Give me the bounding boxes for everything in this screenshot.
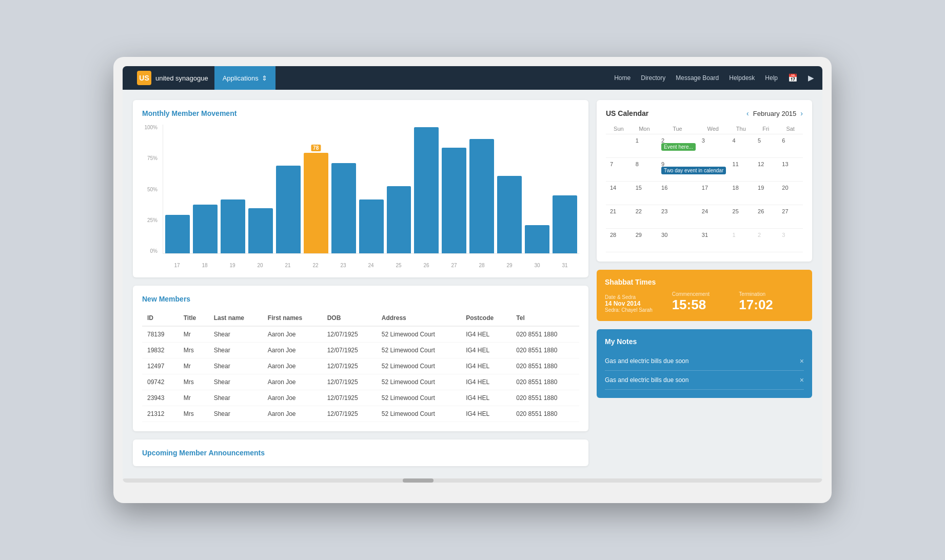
table-cell-tel: 020 8551 1880 bbox=[511, 406, 579, 422]
chart-title: Monthly Member Movement bbox=[142, 109, 579, 117]
commencement-time: 15:58 bbox=[672, 297, 737, 313]
bar-wrapper bbox=[193, 125, 218, 253]
chart-bar[interactable] bbox=[359, 199, 384, 253]
table-row[interactable]: 21312MrsShearAaron Joe12/07/192552 Limew… bbox=[142, 406, 579, 422]
cal-cell: 21 bbox=[606, 205, 632, 229]
cal-cell: 18 bbox=[729, 182, 754, 205]
cal-cell[interactable]: 9Two day event in calendar bbox=[657, 158, 729, 182]
chart-bar[interactable] bbox=[553, 195, 577, 253]
table-row[interactable]: 23943MrShearAaron Joe12/07/192552 Limewo… bbox=[142, 390, 579, 406]
applications-dropdown[interactable]: Applications ⇕ bbox=[214, 66, 275, 90]
x-label: 21 bbox=[275, 263, 300, 268]
table-cell-first: Aaron Joe bbox=[263, 374, 322, 390]
cal-day-sat: Sat bbox=[778, 124, 803, 134]
bar-wrapper bbox=[387, 125, 411, 253]
table-cell-postcode: IG4 HEL bbox=[461, 374, 511, 390]
cal-prev-btn[interactable]: ‹ bbox=[746, 109, 749, 117]
nav-help[interactable]: Help bbox=[765, 74, 778, 82]
table-header: First names bbox=[263, 310, 322, 326]
chart-card: Monthly Member Movement 0% 25% 50% 75% 1… bbox=[133, 100, 588, 277]
signout-icon[interactable]: ▶ bbox=[808, 73, 814, 83]
scrollbar-thumb[interactable] bbox=[403, 478, 434, 483]
calendar-icon[interactable]: 📅 bbox=[788, 73, 798, 83]
chart-area: 0% 25% 50% 75% 100% 78 17181920212223242… bbox=[142, 125, 579, 268]
x-label: 18 bbox=[192, 263, 217, 268]
cal-cell: 1 bbox=[729, 229, 754, 252]
nav-helpdesk[interactable]: Helpdesk bbox=[729, 74, 755, 82]
screen: US united synagogue Applications ⇕ Home … bbox=[123, 66, 822, 483]
table-row[interactable]: 12497MrShearAaron Joe12/07/192552 Limewo… bbox=[142, 358, 579, 374]
calendar-card: US Calendar ‹ February 2015 › Sun Mon bbox=[597, 100, 812, 262]
cal-cell: 22 bbox=[632, 205, 657, 229]
table-cell-dob: 12/07/1925 bbox=[322, 343, 377, 358]
bar-wrapper bbox=[497, 125, 522, 253]
nav-messageboard[interactable]: Message Board bbox=[676, 74, 719, 82]
cal-cell: 3 bbox=[698, 134, 729, 158]
chart-bar[interactable]: 78 bbox=[304, 153, 328, 253]
table-cell-dob: 12/07/1925 bbox=[322, 374, 377, 390]
upcoming-title: Upcoming Member Announcements bbox=[142, 449, 579, 457]
cal-cell: 19 bbox=[754, 182, 778, 205]
cal-next-btn[interactable]: › bbox=[800, 109, 803, 117]
nav-directory[interactable]: Directory bbox=[641, 74, 665, 82]
table-cell-tel: 020 8551 1880 bbox=[511, 343, 579, 358]
calendar-header: US Calendar ‹ February 2015 › bbox=[606, 109, 803, 117]
table-row[interactable]: 19832MrsShearAaron Joe12/07/192552 Limew… bbox=[142, 343, 579, 358]
table-row[interactable]: 09742MrsShearAaron Joe12/07/192552 Limew… bbox=[142, 374, 579, 390]
x-label: 25 bbox=[386, 263, 411, 268]
cal-cell: 12 bbox=[754, 158, 778, 182]
table-cell-first: Aaron Joe bbox=[263, 358, 322, 374]
chart-bar[interactable] bbox=[193, 205, 218, 253]
table-cell-postcode: IG4 HEL bbox=[461, 343, 511, 358]
scrollbar[interactable] bbox=[123, 478, 822, 483]
shabbat-body: Date & Sedra 14 Nov 2014 Sedra: Chayel S… bbox=[605, 291, 804, 313]
members-table: IDTitleLast nameFirst namesDOBAddressPos… bbox=[142, 310, 579, 422]
chart-bar[interactable] bbox=[469, 139, 494, 253]
table-cell-id: 12497 bbox=[142, 358, 179, 374]
note-close-btn[interactable]: × bbox=[800, 357, 804, 365]
chart-bar[interactable] bbox=[248, 208, 273, 253]
note-close-btn[interactable]: × bbox=[800, 376, 804, 384]
cal-cell: 28 bbox=[606, 229, 632, 252]
table-cell-postcode: IG4 HEL bbox=[461, 406, 511, 422]
cal-cell: 16 bbox=[657, 182, 698, 205]
table-header: Postcode bbox=[461, 310, 511, 326]
cal-cell: 23 bbox=[657, 205, 698, 229]
chart-bar[interactable] bbox=[165, 215, 190, 253]
chart-bar[interactable] bbox=[497, 176, 522, 253]
brand: US united synagogue bbox=[131, 66, 214, 90]
table-cell-title: Mr bbox=[179, 358, 209, 374]
shabbat-date-label: Date & Sedra bbox=[605, 294, 670, 300]
x-label: 30 bbox=[525, 263, 549, 268]
table-cell-title: Mr bbox=[179, 326, 209, 343]
chart-bar[interactable] bbox=[414, 127, 439, 253]
table-header: Title bbox=[179, 310, 209, 326]
chart-bar[interactable] bbox=[221, 199, 245, 253]
notes-card: My Notes Gas and electric bills due soon… bbox=[597, 329, 812, 398]
table-cell-tel: 020 8551 1880 bbox=[511, 358, 579, 374]
chart-bar[interactable] bbox=[442, 148, 466, 253]
note-item: Gas and electric bills due soon× bbox=[605, 352, 804, 371]
chart-bar[interactable] bbox=[525, 225, 549, 253]
cal-cell: 7 bbox=[606, 158, 632, 182]
note-text: Gas and electric bills due soon bbox=[605, 357, 688, 365]
y-label-50: 50% bbox=[142, 187, 161, 192]
nav-home[interactable]: Home bbox=[614, 74, 631, 82]
notes-list: Gas and electric bills due soon×Gas and … bbox=[605, 352, 804, 390]
dropdown-arrow-icon: ⇕ bbox=[262, 74, 267, 82]
cal-cell: 14 bbox=[606, 182, 632, 205]
chart-bar[interactable] bbox=[331, 163, 356, 253]
chart-bar[interactable] bbox=[276, 166, 301, 253]
table-cell-first: Aaron Joe bbox=[263, 390, 322, 406]
shabbat-sedra: Sedra: Chayel Sarah bbox=[605, 307, 670, 313]
table-cell-first: Aaron Joe bbox=[263, 326, 322, 343]
table-cell-tel: 020 8551 1880 bbox=[511, 390, 579, 406]
cal-week-3: 14 15 16 17 18 19 20 bbox=[606, 182, 803, 205]
table-row[interactable]: 78139MrShearAaron Joe12/07/192552 Limewo… bbox=[142, 326, 579, 343]
cal-cell[interactable]: 2Event here... bbox=[657, 134, 698, 158]
shabbat-commencement-col: Commencement 15:58 bbox=[672, 291, 737, 313]
table-cell-title: Mr bbox=[179, 390, 209, 406]
chart-bar[interactable] bbox=[387, 186, 411, 253]
commencement-label: Commencement bbox=[672, 291, 737, 297]
note-item: Gas and electric bills due soon× bbox=[605, 371, 804, 390]
